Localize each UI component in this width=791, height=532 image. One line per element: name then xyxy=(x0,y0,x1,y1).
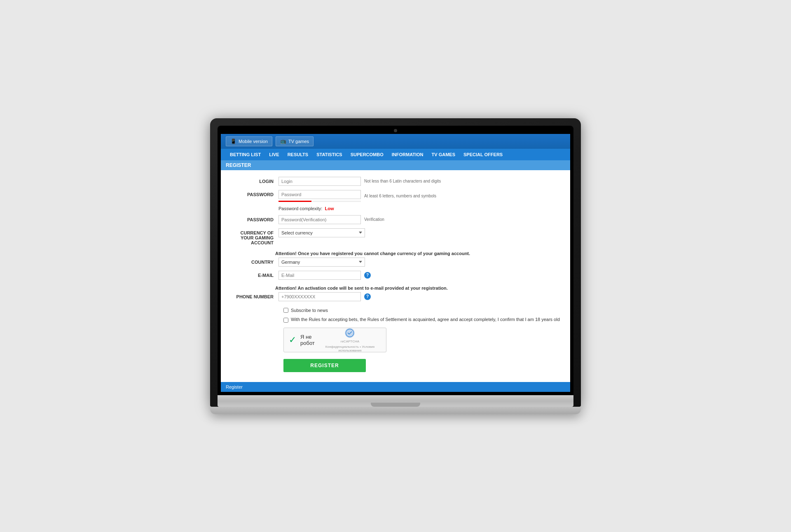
register-button[interactable]: REGISTER xyxy=(283,359,366,372)
mobile-icon: 📱 xyxy=(230,138,236,144)
email-input[interactable] xyxy=(278,271,361,280)
currency-select[interactable]: Select currency EUR USD RUB xyxy=(278,228,365,237)
register-btn-row: REGISTER xyxy=(221,356,570,375)
country-label: COUNTRY xyxy=(229,258,278,265)
phone-input[interactable] xyxy=(278,292,361,301)
subscribe-checkbox[interactable] xyxy=(283,308,288,313)
password-verify-input[interactable] xyxy=(278,215,361,224)
tv-games-button[interactable]: 📺 TV games xyxy=(276,136,314,146)
country-row: COUNTRY Germany Russia USA xyxy=(221,258,570,267)
footer-register-link[interactable]: Register xyxy=(226,384,243,389)
email-label: E-MAIL xyxy=(229,271,278,278)
form-container: LOGIN Not less than 6 Latin characters a… xyxy=(221,170,570,382)
password-verify-controls: Verification xyxy=(278,215,562,224)
nav-results[interactable]: RESULTS xyxy=(283,149,313,160)
password-verify-hint: Verification xyxy=(364,217,384,222)
laptop-base xyxy=(218,395,573,407)
mobile-version-button[interactable]: 📱 Mobile version xyxy=(226,136,272,146)
login-label: LOGIN xyxy=(229,177,278,184)
nav-information[interactable]: INFORMATION xyxy=(388,149,428,160)
nav-live[interactable]: LIVE xyxy=(265,149,283,160)
site-header-top: 📱 Mobile version 📺 TV games xyxy=(221,134,570,149)
mobile-version-label: Mobile version xyxy=(239,139,268,144)
currency-row: CURRENCY OF YOUR GAMING ACCOUNT Select c… xyxy=(221,228,570,245)
page-title-bar: REGISTER xyxy=(221,160,570,170)
login-input[interactable] xyxy=(278,177,361,186)
password-complexity-spacer xyxy=(229,206,278,208)
password-controls: At least 6 letters, numbers and symbols xyxy=(278,190,562,202)
password-verify-label: PASSWORD xyxy=(229,215,278,222)
recaptcha-icon xyxy=(344,327,356,339)
country-controls: Germany Russia USA xyxy=(278,258,562,267)
captcha-logo-area: reCAPTCHA Конфиденциальность • Условия и… xyxy=(319,327,381,352)
rules-text: With the Rules for accepting bets, the R… xyxy=(291,317,560,322)
password-verify-row: PASSWORD Verification xyxy=(221,215,570,224)
password-complexity-value: Low xyxy=(325,206,334,211)
nav-special-offers[interactable]: SPECIAL OFFERS xyxy=(459,149,507,160)
nav-supercombo[interactable]: SUPERCOMBO xyxy=(346,149,388,160)
email-row: E-MAIL ? xyxy=(221,271,570,280)
password-input[interactable] xyxy=(278,190,361,199)
phone-info-icon[interactable]: ? xyxy=(364,293,371,300)
password-label: PASSWORD xyxy=(229,190,278,197)
subscribe-text: Subscribe to news xyxy=(291,308,328,313)
email-info-icon[interactable]: ? xyxy=(364,272,371,279)
currency-label: CURRENCY OF YOUR GAMING ACCOUNT xyxy=(229,228,278,245)
password-complexity-row: Password complexity: Low xyxy=(221,206,570,211)
tv-icon: 📺 xyxy=(280,138,286,144)
subscribe-label[interactable]: Subscribe to news xyxy=(283,308,562,313)
rules-checkbox[interactable] xyxy=(283,318,288,323)
login-hint: Not less than 6 Latin characters and dig… xyxy=(364,179,441,183)
recaptcha-label: reCAPTCHA xyxy=(341,340,359,343)
nav-betting-list[interactable]: BETTING LIST xyxy=(226,149,265,160)
currency-attention: Attention! Once you have registered you … xyxy=(221,249,570,258)
password-complexity-controls: Password complexity: Low xyxy=(278,206,562,211)
phone-controls: ? xyxy=(278,292,562,301)
captcha-box[interactable]: ✓ Я не робот reCAPTCHA Конфиденциальност… xyxy=(283,328,386,352)
phone-row: PHONE NUMBER ? xyxy=(221,292,570,301)
country-select[interactable]: Germany Russia USA xyxy=(278,258,365,267)
password-strength-bar xyxy=(278,201,361,202)
rules-row: With the Rules for accepting bets, the R… xyxy=(221,315,570,324)
password-hint: At least 6 letters, numbers and symbols xyxy=(364,194,436,198)
login-row: LOGIN Not less than 6 Latin characters a… xyxy=(221,177,570,186)
login-controls: Not less than 6 Latin characters and dig… xyxy=(278,177,562,186)
currency-controls: Select currency EUR USD RUB xyxy=(278,228,562,237)
captcha-text: Я не робот xyxy=(300,334,315,346)
phone-label: PHONE NUMBER xyxy=(229,292,278,299)
captcha-row: ✓ Я не робот reCAPTCHA Конфиденциальност… xyxy=(221,324,570,356)
subscribe-row: Subscribe to news xyxy=(221,305,570,315)
footer-bar: Register xyxy=(221,382,570,392)
password-complexity-text: Password complexity: Low xyxy=(278,206,334,211)
page-title: REGISTER xyxy=(226,162,251,168)
screen-content: 📱 Mobile version 📺 TV games BETTING LIST… xyxy=(221,134,570,392)
laptop-container: 📱 Mobile version 📺 TV games BETTING LIST… xyxy=(210,118,581,414)
captcha-checkmark-icon: ✓ xyxy=(289,335,296,345)
nav-tv-games[interactable]: TV GAMES xyxy=(428,149,459,160)
laptop-screen-outer: 📱 Mobile version 📺 TV games BETTING LIST… xyxy=(210,118,581,407)
nav-statistics[interactable]: STATISTICS xyxy=(312,149,346,160)
screen-bezel: 📱 Mobile version 📺 TV games BETTING LIST… xyxy=(218,126,573,395)
email-attention: Attention! An activation code will be se… xyxy=(221,284,570,292)
laptop-bottom xyxy=(210,407,581,414)
captcha-privacy-links: Конфиденциальность • Условия использован… xyxy=(319,345,381,352)
nav-bar: BETTING LIST LIVE RESULTS STATISTICS SUP… xyxy=(221,149,570,160)
password-strength-fill xyxy=(278,201,311,202)
password-block xyxy=(278,190,361,202)
email-controls: ? xyxy=(278,271,562,280)
tv-games-label: TV games xyxy=(288,139,309,144)
password-row: PASSWORD At least 6 letters, numbers and… xyxy=(221,190,570,202)
